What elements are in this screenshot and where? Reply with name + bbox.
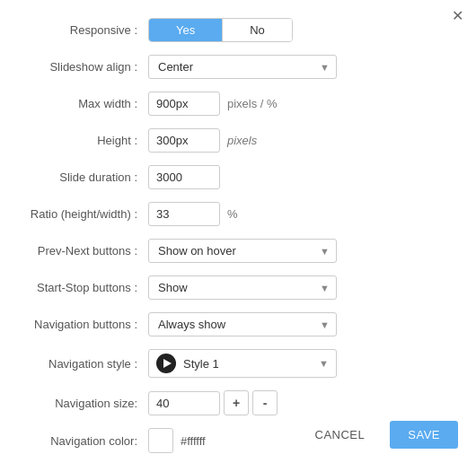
save-button[interactable]: SAVE — [390, 421, 458, 449]
slide-duration-label: Slide duration : — [18, 170, 148, 184]
nav-color-swatch[interactable] — [148, 428, 173, 453]
height-label: Height : — [18, 134, 148, 147]
nav-style-row: Navigation style : Style 1 ▼ — [18, 349, 458, 378]
start-stop-select-wrapper: Show Hide ▼ — [148, 275, 337, 300]
nav-style-select[interactable]: Style 1 ▼ — [148, 349, 337, 378]
nav-style-play-icon — [156, 354, 176, 373]
prev-next-label: Prev-Next buttons : — [18, 244, 148, 258]
responsive-yes-button[interactable]: Yes — [149, 19, 223, 41]
nav-size-label: Navigation size: — [18, 397, 148, 410]
ratio-input[interactable] — [148, 202, 220, 226]
slideshow-align-label: Slideshow align : — [18, 60, 148, 74]
nav-size-input[interactable] — [148, 391, 220, 415]
close-button[interactable]: ✕ — [452, 9, 463, 23]
prev-next-select[interactable]: Show on hover Always show Hide — [148, 239, 337, 263]
nav-buttons-select-wrapper: Always show Show on hover Hide ▼ — [148, 312, 337, 336]
height-input[interactable] — [148, 128, 220, 153]
responsive-label: Responsive : — [18, 23, 148, 37]
nav-size-stepper: + - — [148, 390, 278, 415]
footer: CANCEL SAVE — [297, 421, 458, 449]
height-unit: pixels — [227, 134, 257, 147]
prev-next-row: Prev-Next buttons : Show on hover Always… — [18, 239, 458, 263]
dialog: ✕ Responsive : Yes No Slideshow align : … — [0, 0, 476, 463]
nav-size-minus-button[interactable]: - — [252, 390, 278, 415]
responsive-no-button[interactable]: No — [223, 19, 292, 41]
start-stop-label: Start-Stop buttons : — [18, 281, 148, 294]
max-width-unit: pixels / % — [227, 97, 278, 110]
slide-duration-input[interactable] — [148, 165, 220, 189]
slide-duration-row: Slide duration : — [18, 165, 458, 189]
nav-buttons-select[interactable]: Always show Show on hover Hide — [148, 312, 337, 336]
nav-color-value: #ffffff — [181, 434, 206, 448]
max-width-label: Max width : — [18, 97, 148, 110]
slideshow-align-select-wrapper: Center Left Right ▼ — [148, 55, 337, 79]
start-stop-select[interactable]: Show Hide — [148, 275, 337, 300]
nav-buttons-row: Navigation buttons : Always show Show on… — [18, 312, 458, 336]
nav-size-row: Navigation size: + - — [18, 390, 458, 415]
nav-color-label: Navigation color: — [18, 434, 148, 448]
ratio-label: Ratio (height/width) : — [18, 207, 148, 221]
nav-size-plus-button[interactable]: + — [224, 390, 249, 415]
slideshow-align-row: Slideshow align : Center Left Right ▼ — [18, 55, 458, 79]
ratio-unit: % — [227, 207, 238, 221]
max-width-row: Max width : pixels / % — [18, 92, 458, 116]
start-stop-row: Start-Stop buttons : Show Hide ▼ — [18, 275, 458, 300]
ratio-row: Ratio (height/width) : % — [18, 202, 458, 226]
nav-buttons-label: Navigation buttons : — [18, 318, 148, 331]
nav-style-chevron-icon: ▼ — [319, 358, 329, 369]
height-row: Height : pixels — [18, 128, 458, 153]
responsive-row: Responsive : Yes No — [18, 18, 458, 42]
responsive-toggle: Yes No — [148, 18, 293, 42]
max-width-input[interactable] — [148, 92, 220, 116]
prev-next-select-wrapper: Show on hover Always show Hide ▼ — [148, 239, 337, 263]
nav-style-value: Style 1 — [183, 357, 319, 371]
slideshow-align-select[interactable]: Center Left Right — [148, 55, 337, 79]
nav-style-label: Navigation style : — [18, 357, 148, 371]
cancel-button[interactable]: CANCEL — [297, 421, 383, 449]
